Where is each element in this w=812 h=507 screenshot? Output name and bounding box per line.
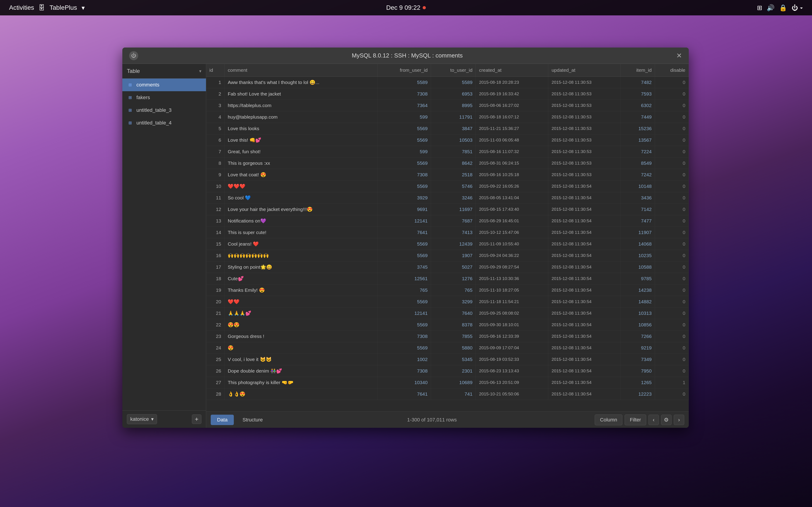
table-row[interactable]: 10 ❤️❤️❤️ 5569 5746 2015-09-22 16:05:26 … — [206, 181, 689, 192]
window-body: Table ▾ ⊞ comments ⊞ fakers ⊞ untitled_t… — [122, 64, 689, 428]
cell-disable: 0 — [655, 388, 689, 400]
cell-id: 11 — [206, 192, 224, 204]
table-row[interactable]: 1 Aww thanks that's what I thought to lo… — [206, 77, 689, 88]
table-row[interactable]: 16 🙌🙌🙌🙌🙌🙌🙌 5569 1907 2015-09-24 04:36:22… — [206, 250, 689, 262]
table-row[interactable]: 17 Styling on point🌟😄 3745 5027 2015-09-… — [206, 262, 689, 273]
db-selector-arrow: ▾ — [151, 416, 154, 422]
col-created-at[interactable]: created_at — [476, 64, 548, 77]
cell-created-at: 2015-09-09 17:07:04 — [476, 342, 548, 354]
sidebar-item-comments[interactable]: ⊞ comments — [122, 78, 206, 91]
cell-comment: 😍 — [224, 342, 377, 354]
cell-disable: 1 — [655, 377, 689, 388]
data-table-container[interactable]: id comment from_user_id to_user_id creat… — [206, 64, 689, 411]
gear-settings-btn[interactable]: ⚙ — [661, 415, 671, 425]
table-row[interactable]: 23 Gorgeous dress ! 7308 7855 2015-08-16… — [206, 331, 689, 342]
table-row[interactable]: 15 Cool jeans! ❤️ 5569 12439 2015-11-09 … — [206, 238, 689, 250]
power-icon[interactable]: ⏻ ▾ — [792, 4, 803, 11]
activities-label[interactable]: Activities — [9, 4, 34, 11]
col-comment[interactable]: comment — [224, 64, 377, 77]
table-row[interactable]: 5 Love this looks 5569 3847 2015-11-21 1… — [206, 123, 689, 134]
cell-disable: 0 — [655, 262, 689, 273]
cell-from-user-id: 5569 — [377, 134, 431, 146]
status-dot — [423, 6, 426, 9]
app-menu-arrow[interactable]: ▾ — [82, 4, 85, 11]
cell-disable: 0 — [655, 134, 689, 146]
cell-updated-at: 2015-12-08 11:30:54 — [548, 354, 621, 365]
table-row[interactable]: 21 🙏🙏🙏💕 12141 7640 2015-09-25 08:08:02 2… — [206, 307, 689, 319]
app-name-label[interactable]: TablePlus — [49, 4, 77, 11]
cell-id: 14 — [206, 227, 224, 238]
table-row[interactable]: 24 😍 5569 5880 2015-09-09 17:07:04 2015-… — [206, 342, 689, 354]
tab-data-btn[interactable]: Data — [211, 415, 234, 425]
col-id[interactable]: id — [206, 64, 224, 77]
window-close-btn[interactable]: ✕ — [676, 52, 682, 60]
tab-structure-btn[interactable]: Structure — [236, 415, 269, 425]
cell-item-id: 7142 — [621, 204, 655, 215]
filter-btn[interactable]: Filter — [625, 414, 646, 425]
table-icon-fakers: ⊞ — [127, 94, 133, 101]
table-row[interactable]: 8 This is gorgeous :xx 5569 8642 2015-08… — [206, 158, 689, 169]
table-row[interactable]: 20 ❤️❤️ 5569 3299 2015-11-18 11:54:21 20… — [206, 296, 689, 307]
table-row[interactable]: 3 https://tableplus.com 7364 8995 2015-0… — [206, 100, 689, 111]
column-btn[interactable]: Column — [595, 414, 622, 425]
table-row[interactable]: 19 Thanks Emily! 😍 765 765 2015-11-10 18… — [206, 284, 689, 296]
col-updated-at[interactable]: updated_at — [548, 64, 621, 77]
cell-comment: Love that coat! 😍 — [224, 169, 377, 181]
cell-item-id: 7266 — [621, 331, 655, 342]
cell-id: 26 — [206, 365, 224, 377]
cell-item-id: 13567 — [621, 134, 655, 146]
sidebar-header: Table ▾ — [122, 64, 206, 78]
sidebar-item-untitled4[interactable]: ⊞ untitled_table_4 — [122, 117, 206, 129]
cell-item-id: 7950 — [621, 365, 655, 377]
cell-id: 3 — [206, 100, 224, 111]
add-table-btn[interactable]: + — [192, 414, 201, 424]
table-row[interactable]: 2 Fab shot! Love the jacket 7308 6953 20… — [206, 88, 689, 100]
table-row[interactable]: 4 huy@tableplusapp.com 599 11791 2015-08… — [206, 111, 689, 123]
sidebar-item-untitled3[interactable]: ⊞ untitled_table_3 — [122, 104, 206, 117]
cell-id: 6 — [206, 134, 224, 146]
col-from-user-id[interactable]: from_user_id — [377, 64, 431, 77]
table-row[interactable]: 7 Great, fun shot! 599 7851 2015-08-16 1… — [206, 146, 689, 158]
cell-id: 22 — [206, 319, 224, 331]
sidebar-collapse-arrow[interactable]: ▾ — [199, 68, 201, 74]
cell-item-id: 9785 — [621, 273, 655, 284]
col-to-user-id[interactable]: to_user_id — [431, 64, 476, 77]
next-page-btn[interactable]: › — [674, 415, 684, 425]
table-row[interactable]: 25 V cool, i love it 😺😺 1002 5345 2015-0… — [206, 354, 689, 365]
col-disable[interactable]: disable — [655, 64, 689, 77]
cell-created-at: 2015-09-22 16:05:26 — [476, 181, 548, 192]
sidebar: Table ▾ ⊞ comments ⊞ fakers ⊞ untitled_t… — [122, 64, 206, 428]
network-icon: ⊞ — [757, 4, 762, 11]
cell-disable: 0 — [655, 296, 689, 307]
cell-disable: 0 — [655, 238, 689, 250]
cell-to-user-id: 7687 — [431, 215, 476, 227]
cell-id: 16 — [206, 250, 224, 262]
sidebar-footer: katonice ▾ + — [122, 410, 206, 428]
col-item-id[interactable]: item_id — [621, 64, 655, 77]
cell-updated-at: 2015-12-08 11:30:53 — [548, 158, 621, 169]
cell-updated-at: 2015-12-08 11:30:53 — [548, 123, 621, 134]
table-row[interactable]: 26 Dope double denim 👫💕 7308 2301 2015-0… — [206, 365, 689, 377]
sidebar-item-fakers[interactable]: ⊞ fakers — [122, 91, 206, 104]
table-row[interactable]: 12 Love your hair the jacket everything!… — [206, 204, 689, 215]
table-row[interactable]: 28 👌👌😍 7641 741 2015-10-21 05:50:06 2015… — [206, 388, 689, 400]
table-row[interactable]: 22 😍😍 5569 8378 2015-09-30 18:10:01 2015… — [206, 319, 689, 331]
table-row[interactable]: 11 So cool 💙 3929 3246 2015-08-05 13:41:… — [206, 192, 689, 204]
cell-id: 7 — [206, 146, 224, 158]
cell-comment: Great, fun shot! — [224, 146, 377, 158]
table-row[interactable]: 18 Cute💕 12561 1276 2015-11-13 10:30:36 … — [206, 273, 689, 284]
table-row[interactable]: 13 Notifications on💜 12141 7687 2015-08-… — [206, 215, 689, 227]
cell-updated-at: 2015-12-08 11:30:54 — [548, 319, 621, 331]
cell-from-user-id: 599 — [377, 146, 431, 158]
table-row[interactable]: 6 Love this! 👊💕 5569 10503 2015-11-03 06… — [206, 134, 689, 146]
cell-item-id: 7477 — [621, 215, 655, 227]
table-row[interactable]: 9 Love that coat! 😍 7308 2518 2015-08-16… — [206, 169, 689, 181]
cell-updated-at: 2015-12-08 11:30:54 — [548, 342, 621, 354]
table-row[interactable]: 27 This photography is killer 🤜🤛 10340 1… — [206, 377, 689, 388]
table-row[interactable]: 14 This is super cute! 7641 7413 2015-10… — [206, 227, 689, 238]
prev-page-btn[interactable]: ‹ — [648, 415, 659, 425]
db-selector[interactable]: katonice ▾ — [127, 414, 157, 424]
cell-comment: This is gorgeous :xx — [224, 158, 377, 169]
cell-to-user-id: 11697 — [431, 204, 476, 215]
window-power-btn[interactable]: ⏻ — [129, 51, 138, 60]
